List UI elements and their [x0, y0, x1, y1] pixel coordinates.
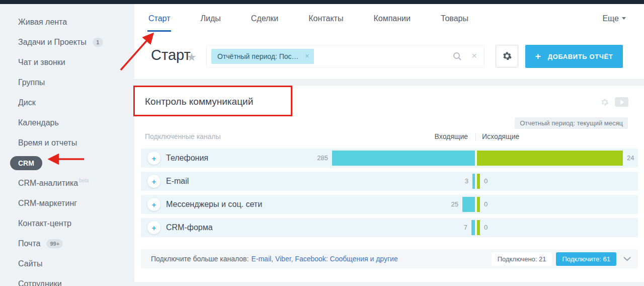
- sidebar-item[interactable]: Группы: [0, 73, 130, 93]
- sidebar-menu: Живая лента Задачи и Проекты 1 Чат и зво…: [0, 12, 130, 286]
- sidebar-item[interactable]: CRM: [0, 153, 130, 173]
- channel-label[interactable]: E-mail: [166, 172, 189, 191]
- sidebar-item[interactable]: Задачи и Проекты 1: [0, 32, 130, 52]
- channel-row: + Мессенджеры и соц. сети 25 0: [141, 195, 638, 214]
- counter-badge: 99+: [46, 239, 63, 248]
- connected-count-badge[interactable]: Подключено: 21: [492, 252, 552, 266]
- report-period-badge: Отчетный период: текущий месяц: [515, 117, 628, 129]
- add-report-button[interactable]: + ДОБАВИТЬ ОТЧЁТ: [525, 45, 623, 68]
- channel-label[interactable]: Телефония: [166, 149, 208, 168]
- add-channel-button[interactable]: +: [147, 198, 160, 211]
- sidebar-item[interactable]: Живая лента: [0, 12, 130, 32]
- incoming-value: 285: [317, 149, 328, 168]
- outgoing-column-header: Исходящие: [482, 132, 519, 140]
- sidebar-item-label: Контакт-центр: [18, 219, 71, 228]
- filter-chip-label: Отчётный период: Пос…: [217, 52, 299, 60]
- outgoing-value: 0: [484, 172, 488, 191]
- sidebar-item-label: Группы: [18, 78, 45, 87]
- connected-channels-label: Подключенные каналы: [145, 132, 221, 140]
- incoming-bar: [472, 174, 475, 189]
- channel-label[interactable]: Мессенджеры и соц. сети: [166, 195, 262, 214]
- tab-2[interactable]: Сделки: [251, 4, 279, 33]
- sidebar-item-label: CRM: [10, 156, 42, 170]
- outgoing-bar: [477, 197, 480, 212]
- sidebar-item[interactable]: Диск: [0, 93, 130, 113]
- page-header: Старт ★ Отчётный период: Пос… × × + ДОБА…: [134, 33, 644, 79]
- gear-icon: [502, 51, 512, 61]
- outgoing-value: 0: [484, 218, 488, 237]
- tab-bar: СтартЛидыСделкиКонтактыКомпанииТовары Ещ…: [134, 4, 644, 33]
- page-title: Старт: [151, 47, 191, 63]
- add-report-label: ДОБАВИТЬ ОТЧЁТ: [548, 53, 613, 60]
- widget-video-icon[interactable]: [615, 97, 628, 107]
- section-divider: [134, 79, 644, 86]
- remove-filter-icon[interactable]: ×: [305, 52, 309, 60]
- sidebar-item-label: Календарь: [18, 118, 59, 127]
- filter-chip[interactable]: Отчётный период: Пос… ×: [211, 49, 314, 64]
- incoming-bar: [332, 151, 475, 166]
- tab-3[interactable]: Контакты: [308, 4, 343, 33]
- sidebar-item-label: CRM-маркетинг: [18, 199, 77, 208]
- column-separator: [475, 133, 476, 140]
- sidebar-item[interactable]: Сайты: [0, 254, 130, 274]
- chevron-down-icon: [622, 17, 626, 20]
- sidebar-item-label: Сайты: [18, 259, 42, 268]
- incoming-bar: [462, 197, 475, 212]
- clear-search-icon[interactable]: ×: [471, 50, 477, 61]
- tab-more[interactable]: Еще: [602, 4, 626, 33]
- incoming-value: 25: [451, 195, 458, 214]
- incoming-value: 7: [464, 218, 467, 237]
- sidebar-item[interactable]: Время и отчеты: [0, 133, 130, 153]
- top-dark-bar: [0, 0, 644, 4]
- channel-label[interactable]: CRM-форма: [166, 218, 213, 237]
- sidebar-item[interactable]: Сотрудники: [0, 274, 130, 286]
- outgoing-bar: [477, 151, 623, 166]
- sidebar-item[interactable]: Чат и звонки: [0, 52, 130, 73]
- sidebar-item[interactable]: Почта 99+: [0, 234, 130, 254]
- filter-search-bar[interactable]: Отчётный период: Пос… × ×: [206, 45, 485, 68]
- sidebar-item-label: CRM-аналитика: [18, 179, 78, 188]
- sidebar-item-label: Сотрудники: [18, 279, 62, 286]
- connect-channels-link[interactable]: E-mail, Viber, Facebook: Сообщения и дру…: [251, 255, 397, 263]
- incoming-value: 3: [465, 172, 468, 191]
- sidebar-item-label: Чат и звонки: [18, 58, 65, 67]
- beta-label: beta: [79, 178, 89, 183]
- sidebar-item[interactable]: Календарь: [0, 113, 130, 133]
- plus-icon: +: [535, 51, 541, 62]
- incoming-column-header: Входящие: [435, 132, 468, 140]
- report-settings-button[interactable]: [496, 45, 518, 67]
- tab-4[interactable]: Компании: [373, 4, 411, 33]
- connect-more-text: Подключите больше каналов:: [151, 255, 249, 263]
- outgoing-value: 24: [627, 149, 634, 168]
- main-panel: СтартЛидыСделкиКонтактыКомпанииТовары Ещ…: [134, 4, 644, 282]
- search-icon[interactable]: [453, 52, 462, 61]
- channel-row: + CRM-форма 7 0: [141, 218, 638, 237]
- tab-more-label: Еще: [602, 14, 619, 23]
- tab-5[interactable]: Товары: [441, 4, 468, 33]
- collapse-chevron-icon[interactable]: [623, 257, 631, 261]
- channel-rows: + Телефония 285 24 + E-mail 3 0 + Мессен…: [141, 149, 638, 241]
- widget-footer: Подключите больше каналов: E-mail, Viber…: [141, 249, 638, 268]
- add-channel-button[interactable]: +: [147, 152, 160, 165]
- incoming-bar: [471, 220, 475, 235]
- connect-count-button[interactable]: Подключите: 61: [556, 252, 616, 266]
- outgoing-bar: [477, 220, 480, 235]
- add-channel-button[interactable]: +: [147, 175, 160, 188]
- channel-row: + Телефония 285 24: [141, 149, 638, 168]
- widget-title: Контроль коммуникаций: [145, 96, 253, 107]
- sidebar: Живая лента Задачи и Проекты 1 Чат и зво…: [0, 4, 130, 286]
- sidebar-item[interactable]: CRM-аналитика beta: [0, 173, 130, 193]
- sidebar-item-label: Почта: [18, 239, 40, 248]
- tab-1[interactable]: Лиды: [200, 4, 220, 33]
- sidebar-item[interactable]: Контакт-центр: [0, 213, 130, 234]
- sidebar-item-label: Живая лента: [18, 18, 67, 27]
- favorite-star-icon[interactable]: ★: [187, 51, 197, 63]
- tab-start[interactable]: Старт: [148, 4, 170, 33]
- channel-row: + E-mail 3 0: [141, 172, 638, 191]
- widget-gear-icon[interactable]: [601, 98, 609, 106]
- add-channel-button[interactable]: +: [147, 221, 160, 234]
- sidebar-item-label: Диск: [18, 98, 36, 107]
- sidebar-item-label: Задачи и Проекты: [18, 38, 87, 47]
- counter-badge: 1: [93, 38, 103, 47]
- sidebar-item[interactable]: CRM-маркетинг: [0, 193, 130, 213]
